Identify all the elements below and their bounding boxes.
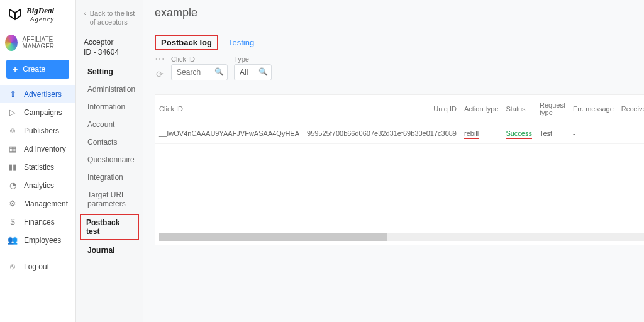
nav-publishers[interactable]: ☺Publishers	[0, 121, 75, 140]
subnav-contacts[interactable]: Contacts	[76, 133, 143, 151]
horizontal-scrollbar[interactable]	[159, 233, 644, 241]
cell-status: Success	[502, 123, 536, 144]
subnav-target-url[interactable]: Target URL parameters	[76, 186, 143, 213]
nav-employees[interactable]: 👥Employees	[0, 231, 75, 249]
subnav-administration[interactable]: Administration	[76, 80, 143, 98]
brand-name: BigDeal	[26, 6, 54, 15]
subnav-information[interactable]: Information	[76, 98, 143, 116]
table-row: __IwOV4nCAAAU9YAAFJVFwASAA4QyHEA 959525f…	[155, 123, 644, 144]
back-link[interactable]: ‹ Back to the list of acceptors	[76, 5, 143, 33]
nav-advertisers[interactable]: ⇧Advertisers	[0, 85, 75, 103]
th-errmsg: Err. message	[569, 95, 618, 123]
cell-clickid: __IwOV4nCAAAU9YAAFJVFwASAA4QyHEA	[155, 123, 303, 144]
more-icon[interactable]: ⋯	[155, 57, 165, 65]
filter-clickid: Click ID 🔍	[171, 55, 228, 80]
th-clickid: Click ID	[155, 95, 303, 123]
nav-ad-inventory[interactable]: ▦Ad inventory	[0, 140, 75, 158]
cell-actiontype: rebill	[460, 123, 502, 144]
subnav-integration[interactable]: Integration	[76, 169, 143, 186]
main: example Actions Postback log Testing ⋯ ⟳…	[143, 0, 644, 322]
subnav-setting[interactable]: Setting	[76, 63, 143, 80]
nav-finances[interactable]: $Finances	[0, 213, 75, 231]
create-button[interactable]: + Create	[6, 60, 69, 79]
type-label: Type	[234, 55, 272, 63]
search-icon: 🔍	[214, 67, 224, 76]
upload-icon: ⇧	[8, 89, 18, 99]
gears-icon: ⚙	[8, 199, 18, 208]
tabs: Postback log Testing	[143, 23, 644, 55]
dollar-icon: $	[8, 217, 18, 226]
nav-statistics[interactable]: ▮▮Statistics	[0, 158, 75, 176]
page-title: example	[155, 6, 197, 19]
nav-logout[interactable]: ⎋Log out	[0, 257, 75, 275]
create-label: Create	[23, 65, 45, 74]
grid-icon: ▦	[8, 144, 18, 153]
brand-sub: Agency	[26, 15, 54, 23]
th-actiontype: Action type	[460, 95, 502, 123]
subnav-account[interactable]: Account	[76, 116, 143, 133]
search-icon: 🔍	[258, 67, 268, 76]
nav-campaigns[interactable]: ▷Campaigns	[0, 103, 75, 121]
th-reqtype: Requesttype	[536, 95, 569, 123]
th-uniqid: Uniq ID	[303, 95, 460, 123]
table-panel: Click ID Uniq ID Action type Status Requ…	[155, 94, 644, 245]
tab-testing[interactable]: Testing	[227, 35, 255, 50]
tab-postback-log[interactable]: Postback log	[155, 35, 218, 50]
cell-uniqid: 959525f700b66d0607e32d31ef69b30e017c3089	[303, 123, 460, 144]
subnav-title: Acceptor	[76, 33, 143, 48]
bars-icon: ▮▮	[8, 162, 18, 172]
nav-analytics[interactable]: ◔Analytics	[0, 176, 75, 194]
cell-received: 0.1	[618, 123, 644, 144]
postback-table: Click ID Uniq ID Action type Status Requ…	[155, 95, 644, 144]
subnav: ‹ Back to the list of acceptors Acceptor…	[76, 0, 143, 322]
cell-reqtype: Test	[536, 123, 569, 144]
avatar	[5, 35, 18, 51]
main-nav: ⇧Advertisers ▷Campaigns ☺Publishers ▦Ad …	[0, 85, 75, 275]
people-icon: 👥	[8, 235, 18, 245]
subnav-journal[interactable]: Journal	[76, 242, 143, 259]
subnav-id: ID - 34604	[76, 48, 143, 63]
users-icon: ☺	[8, 126, 18, 135]
cell-errmsg: -	[569, 123, 618, 144]
chevron-left-icon: ‹	[84, 9, 86, 18]
filter-row: ⋯ ⟳ Click ID 🔍 Type 🔍	[143, 55, 644, 84]
logo-icon	[8, 7, 23, 22]
sidebar: BigDeal Agency AFFILIATE MANAGER + Creat…	[0, 0, 76, 322]
clickid-label: Click ID	[171, 55, 228, 63]
nav-management[interactable]: ⚙Management	[0, 194, 75, 213]
pie-icon: ◔	[8, 180, 18, 190]
th-received: Received, $	[618, 95, 644, 123]
play-icon: ▷	[8, 108, 18, 117]
brand-logo: BigDeal Agency	[0, 0, 75, 28]
subnav-list: Setting Administration Information Accou…	[76, 63, 143, 259]
th-status: Status	[502, 95, 536, 123]
subnav-postback-test[interactable]: Postback test	[80, 214, 139, 240]
user-row: AFFILIATE MANAGER	[0, 28, 75, 57]
filter-type: Type 🔍	[234, 55, 272, 80]
subnav-questionnaire[interactable]: Questionnaire	[76, 151, 143, 169]
user-role: AFFILIATE MANAGER	[23, 36, 71, 50]
refresh-icon[interactable]: ⟳	[156, 69, 164, 80]
logout-icon: ⎋	[8, 262, 18, 271]
plus-icon: +	[13, 64, 18, 74]
